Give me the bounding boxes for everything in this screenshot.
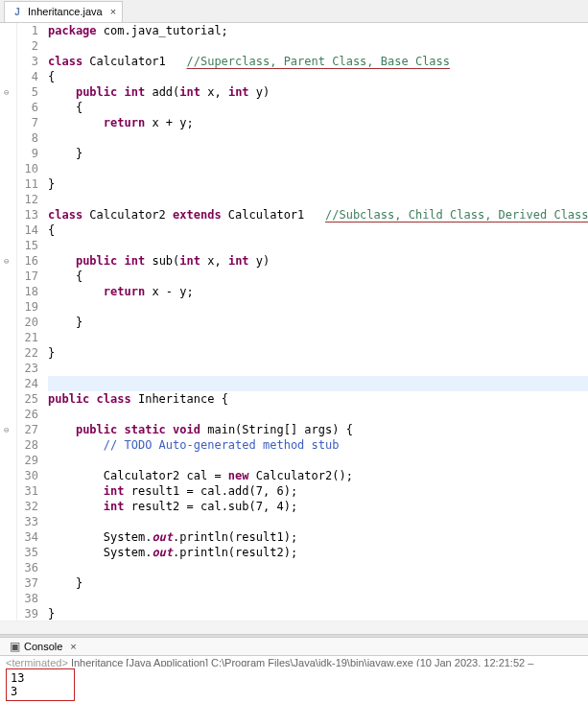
code-line[interactable] bbox=[48, 130, 588, 146]
code-token: void bbox=[173, 422, 200, 437]
line-number: 5⊖ bbox=[17, 84, 38, 100]
code-line[interactable]: System.out.println(result2); bbox=[48, 545, 588, 560]
code-token bbox=[117, 253, 124, 269]
code-token bbox=[166, 422, 173, 437]
code-line[interactable] bbox=[48, 299, 588, 315]
line-number: 32 bbox=[17, 499, 38, 514]
code-line[interactable]: } bbox=[48, 146, 588, 161]
console-title: Console bbox=[24, 641, 62, 652]
code-line[interactable]: System.out.println(result1); bbox=[48, 529, 588, 545]
code-line[interactable] bbox=[48, 453, 588, 468]
code-token: } bbox=[48, 315, 82, 330]
code-line[interactable]: Calculator2 cal = new Calculator2(); bbox=[48, 468, 588, 483]
code-line[interactable]: int result2 = cal.sub(7, 4); bbox=[48, 499, 588, 514]
code-token: class bbox=[48, 54, 82, 69]
console-output[interactable]: 133 bbox=[0, 667, 588, 703]
line-number-gutter: 12345⊖678910111213141516⊖171819202122232… bbox=[17, 23, 44, 621]
console-icon: ▣ bbox=[10, 640, 20, 653]
code-token: public bbox=[76, 253, 117, 269]
fold-marker-icon[interactable]: ⊖ bbox=[4, 422, 9, 437]
code-line[interactable]: public static void main(String[] args) { bbox=[48, 422, 588, 437]
code-line[interactable]: { bbox=[48, 269, 588, 284]
code-token bbox=[48, 422, 76, 437]
line-number: 28 bbox=[17, 437, 38, 453]
code-token bbox=[48, 437, 104, 453]
line-number: 14 bbox=[17, 223, 38, 238]
horizontal-scrollbar[interactable] bbox=[0, 621, 588, 634]
code-line[interactable] bbox=[48, 38, 588, 54]
code-token bbox=[48, 253, 76, 269]
code-line[interactable] bbox=[48, 330, 588, 345]
code-token: int bbox=[104, 499, 125, 514]
code-token bbox=[117, 84, 124, 100]
code-token: new bbox=[228, 468, 249, 483]
console-launch-header: <terminated> Inheritance [Java Applicati… bbox=[0, 656, 588, 667]
code-token: int bbox=[125, 253, 146, 269]
fold-marker-icon[interactable]: ⊖ bbox=[4, 84, 9, 100]
console-output-highlight: 133 bbox=[6, 668, 75, 701]
code-token: return bbox=[104, 115, 145, 130]
code-line[interactable]: } bbox=[48, 575, 588, 591]
close-icon[interactable]: × bbox=[110, 6, 116, 17]
editor-tab-inheritance[interactable]: J Inheritance.java × bbox=[4, 1, 123, 22]
code-line[interactable] bbox=[48, 361, 588, 376]
line-number: 22 bbox=[17, 345, 38, 361]
code-token: } bbox=[48, 606, 55, 621]
code-line[interactable] bbox=[48, 238, 588, 253]
line-number: 31 bbox=[17, 483, 38, 499]
code-line[interactable]: int result1 = cal.add(7, 6); bbox=[48, 483, 588, 499]
code-line[interactable] bbox=[48, 591, 588, 606]
code-line[interactable] bbox=[48, 161, 588, 176]
code-line[interactable] bbox=[48, 407, 588, 422]
tab-filename: Inheritance.java bbox=[28, 6, 103, 17]
code-token bbox=[117, 422, 124, 437]
code-token: extends bbox=[173, 207, 222, 223]
line-number: 8 bbox=[17, 130, 38, 146]
code-line[interactable]: return x - y; bbox=[48, 284, 588, 299]
code-line[interactable] bbox=[48, 560, 588, 575]
code-line[interactable]: public int sub(int x, int y) bbox=[48, 253, 588, 269]
code-line[interactable] bbox=[48, 192, 588, 207]
code-token: Calculator1 bbox=[222, 207, 325, 223]
line-number: 2 bbox=[17, 38, 38, 54]
code-token: out bbox=[152, 545, 173, 560]
line-number: 38 bbox=[17, 591, 38, 606]
code-token: Calculator2 bbox=[82, 207, 173, 223]
code-line[interactable]: public class Inheritance { bbox=[48, 391, 588, 407]
code-editor[interactable]: 12345⊖678910111213141516⊖171819202122232… bbox=[0, 23, 588, 621]
code-token: } bbox=[48, 345, 55, 361]
line-number: 23 bbox=[17, 361, 38, 376]
code-line[interactable]: } bbox=[48, 345, 588, 361]
code-token bbox=[48, 115, 104, 130]
code-line[interactable]: package com.java_tutorial; bbox=[48, 23, 588, 38]
code-line[interactable]: return x + y; bbox=[48, 115, 588, 130]
code-area[interactable]: package com.java_tutorial;class Calculat… bbox=[44, 23, 588, 621]
code-line[interactable]: } bbox=[48, 176, 588, 192]
code-line[interactable]: class Calculator2 extends Calculator1 //… bbox=[48, 207, 588, 223]
line-number: 33 bbox=[17, 514, 38, 529]
console-tab[interactable]: ▣ Console × bbox=[6, 638, 81, 655]
console-panel: ▣ Console × <terminated> Inheritance [Ja… bbox=[0, 638, 588, 703]
code-line[interactable] bbox=[48, 514, 588, 529]
line-number: 3 bbox=[17, 54, 38, 69]
code-line[interactable]: // TODO Auto-generated method stub bbox=[48, 437, 588, 453]
code-token: } bbox=[48, 146, 82, 161]
code-token: x, bbox=[200, 84, 228, 100]
code-line[interactable] bbox=[48, 376, 588, 391]
code-line[interactable]: } bbox=[48, 606, 588, 621]
code-line[interactable]: { bbox=[48, 100, 588, 115]
line-number: 26 bbox=[17, 407, 38, 422]
code-token: add( bbox=[145, 84, 179, 100]
line-number: 13 bbox=[17, 207, 38, 223]
code-line[interactable]: public int add(int x, int y) bbox=[48, 84, 588, 100]
close-icon[interactable]: × bbox=[70, 641, 76, 652]
fold-marker-icon[interactable]: ⊖ bbox=[4, 253, 9, 269]
code-line[interactable]: { bbox=[48, 69, 588, 84]
code-line[interactable]: class Calculator1 //Superclass, Parent C… bbox=[48, 54, 588, 69]
code-token: public bbox=[76, 422, 117, 437]
code-token: public bbox=[76, 84, 117, 100]
line-number: 18 bbox=[17, 284, 38, 299]
code-line[interactable]: { bbox=[48, 223, 588, 238]
marker-column bbox=[0, 23, 17, 621]
code-line[interactable]: } bbox=[48, 315, 588, 330]
